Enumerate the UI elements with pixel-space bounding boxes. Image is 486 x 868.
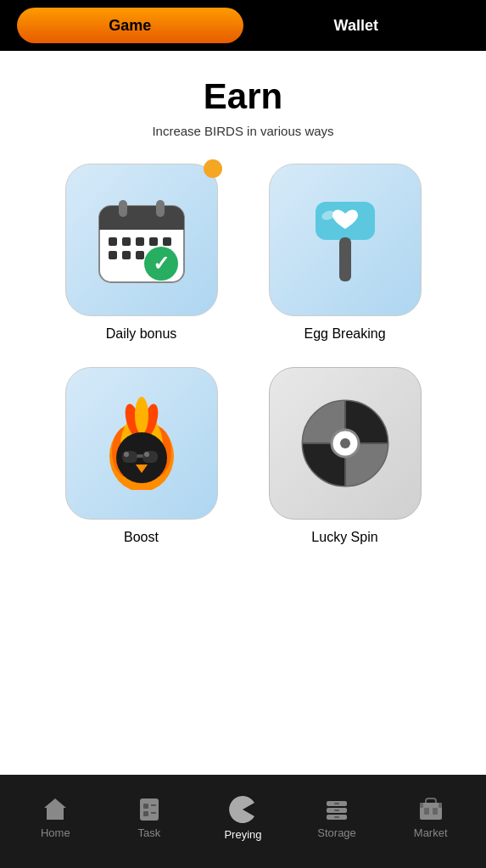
svg-rect-5 <box>109 237 117 246</box>
daily-bonus-label: Daily bonus <box>106 326 177 342</box>
nav-item-home[interactable]: Home <box>8 796 103 839</box>
earn-grid: ✓ Daily bonus Egg Breaking <box>40 164 447 545</box>
hammer-icon <box>299 193 392 287</box>
svg-rect-40 <box>52 813 59 820</box>
svg-rect-56 <box>439 803 442 808</box>
svg-rect-10 <box>109 251 117 259</box>
spin-wheel-icon <box>299 397 392 490</box>
svg-rect-6 <box>122 237 131 246</box>
home-icon <box>42 796 69 823</box>
main-content: Earn Increase BIRDS in various ways <box>0 51 486 562</box>
svg-rect-55 <box>420 803 423 808</box>
calendar-icon: ✓ <box>95 193 188 287</box>
daily-bonus-icon-wrapper: ✓ <box>65 164 218 316</box>
notification-dot <box>204 159 222 178</box>
nav-item-storage[interactable]: Storage <box>290 796 384 839</box>
svg-rect-50 <box>334 810 339 811</box>
boost-label: Boost <box>124 530 159 545</box>
egg-breaking-icon-wrapper <box>269 164 422 316</box>
nav-market-label: Market <box>414 826 448 839</box>
svg-rect-11 <box>122 251 131 259</box>
nav-item-preying[interactable]: Preying <box>196 794 290 841</box>
nav-task-label: Task <box>138 826 161 839</box>
nav-storage-label: Storage <box>317 826 356 839</box>
egg-breaking-label: Egg Breaking <box>304 326 385 342</box>
earn-item-daily-bonus[interactable]: ✓ Daily bonus <box>57 164 226 342</box>
svg-rect-51 <box>334 816 339 818</box>
market-icon <box>417 796 444 823</box>
svg-rect-49 <box>334 803 339 804</box>
earn-item-egg-breaking[interactable]: Egg Breaking <box>260 164 430 342</box>
svg-point-29 <box>124 452 129 457</box>
svg-rect-16 <box>339 237 351 281</box>
svg-text:✓: ✓ <box>153 252 170 275</box>
task-icon <box>136 796 163 823</box>
svg-point-24 <box>135 397 148 434</box>
svg-rect-28 <box>137 454 143 458</box>
svg-point-30 <box>144 452 149 457</box>
svg-point-39 <box>340 438 350 448</box>
svg-rect-41 <box>140 798 159 821</box>
svg-rect-7 <box>136 237 144 246</box>
bottom-navigation: Home Task Preying Storage <box>0 775 486 868</box>
svg-rect-9 <box>163 237 171 246</box>
svg-rect-42 <box>143 804 148 809</box>
nav-preying-label: Preying <box>224 828 261 841</box>
earn-item-lucky-spin[interactable]: Lucky Spin <box>260 367 430 545</box>
svg-rect-12 <box>136 251 144 259</box>
page-subtitle: Increase BIRDS in various ways <box>152 124 333 138</box>
nav-item-market[interactable]: Market <box>383 796 478 839</box>
svg-rect-53 <box>424 808 429 815</box>
page-title: Earn <box>204 76 282 117</box>
nav-item-task[interactable]: Task <box>103 796 197 839</box>
lucky-spin-label: Lucky Spin <box>311 530 377 545</box>
earn-item-boost[interactable]: Boost <box>57 367 226 545</box>
svg-rect-2 <box>99 219 184 230</box>
app-header: Game Wallet <box>0 0 486 51</box>
tab-wallet[interactable]: Wallet <box>243 8 470 43</box>
nav-home-label: Home <box>41 826 70 839</box>
boost-icon <box>95 397 188 490</box>
svg-rect-44 <box>143 811 148 816</box>
svg-rect-3 <box>119 200 127 217</box>
boost-icon-wrapper <box>65 367 218 520</box>
tab-game[interactable]: Game <box>17 8 243 43</box>
svg-rect-4 <box>156 200 165 217</box>
svg-rect-54 <box>433 808 438 815</box>
preying-icon <box>227 794 258 825</box>
storage-icon <box>323 796 350 823</box>
svg-rect-8 <box>149 237 158 246</box>
lucky-spin-icon-wrapper <box>269 367 422 520</box>
